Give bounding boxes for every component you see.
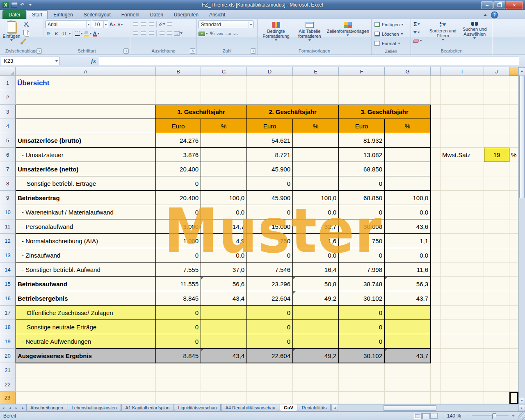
row-header-16[interactable]: 16 [0,291,16,306]
orientation-button[interactable]: ab [158,21,165,28]
cell-F9[interactable]: 68.850 [339,191,385,205]
qat-customize-button[interactable] [27,2,34,8]
cell-E13[interactable]: 0,0 [293,248,339,262]
cell-E16[interactable]: 49,2 [293,291,339,306]
select-all-button[interactable] [0,67,16,75]
cell-A13[interactable]: - Zinsaufwand [16,248,156,262]
tab-start[interactable]: Start [27,10,48,19]
font-color-button[interactable]: A [93,30,100,37]
wrap-text-button[interactable] [166,21,173,28]
cell-D4[interactable]: Euro [247,119,293,133]
cell-E14[interactable]: 16,4 [293,262,339,277]
cell-A1[interactable]: Übersicht [16,76,156,90]
horizontal-scrollbar[interactable]: ◄ ► [331,404,525,411]
borders-button[interactable] [75,30,83,37]
row-header-3[interactable]: 3 [0,105,16,119]
zoom-out-button[interactable]: − [464,413,470,419]
merge-center-button[interactable]: ↔ [174,30,183,37]
cell-G8[interactable] [385,176,431,191]
tab-einfuegen[interactable]: Einfügen [48,11,78,19]
row-header-20[interactable]: 20 [0,349,16,363]
cell-I6[interactable]: Mwst.Satz [441,148,484,162]
cell-D15[interactable]: 23.296 [247,277,293,291]
grow-font-button[interactable]: A [109,21,116,28]
cell-G10[interactable]: 0,0 [385,205,431,219]
scroll-right-button[interactable]: ► [518,405,525,411]
cell-D20[interactable]: 22.604 [247,349,293,363]
cell-A20[interactable]: Ausgewiesenes Ergebnis [16,349,156,363]
fill-button[interactable] [413,29,426,36]
font-name-select[interactable]: Arial [45,21,91,28]
cell-A17[interactable]: Öffentliche Zuschüsse/ Zulagen [16,306,156,320]
clipboard-dialog-launcher[interactable]: ↘ [37,48,42,54]
cell-E20[interactable]: 49,2 [293,349,339,363]
underline-button[interactable]: U [61,30,68,37]
help-button[interactable]: ? [491,11,498,18]
zoom-in-button[interactable]: + [510,413,516,419]
cell-B3[interactable]: 1. Geschäftsjahr [156,105,247,119]
cell-A6[interactable]: - Umsatzsteuer [16,148,156,162]
insert-function-button[interactable]: fx [88,57,99,65]
cell-F14[interactable]: 7.998 [339,262,385,277]
row-header-1[interactable]: 1 [0,76,16,90]
sheet-tab-guv[interactable]: GuV [280,404,297,411]
cell-E6[interactable] [293,148,339,162]
tab-ueberpruefen[interactable]: Überprüfen [169,11,203,19]
row-header-13[interactable]: 13 [0,248,16,262]
align-middle-button[interactable] [140,21,147,28]
find-select-button[interactable]: Suchen und Auswählen [459,21,491,48]
vertical-scroll-thumb[interactable] [519,75,525,198]
cell-C5[interactable] [201,133,247,148]
alignment-dialog-launcher[interactable]: ↘ [190,48,195,54]
column-header-B[interactable]: B [156,67,201,75]
cell-E19[interactable] [293,334,339,349]
cell-F8[interactable]: 0 [339,176,385,191]
align-center-button[interactable] [140,30,147,37]
cell-G5[interactable] [385,133,431,148]
cell-D10[interactable]: 0 [247,205,293,219]
cell-B11[interactable]: 3.000 [156,219,201,234]
italic-button[interactable]: K [53,30,60,37]
cell-A14[interactable]: - Sonstiger betriebl. Aufwand [16,262,156,277]
cell-E8[interactable] [293,176,339,191]
bold-button[interactable]: F [45,30,52,37]
cell-G15[interactable]: 56,3 [385,277,431,291]
row-header-2[interactable]: 2 [0,90,16,105]
row-header-9[interactable]: 9 [0,191,16,205]
cell-B19[interactable]: 0 [156,334,201,349]
cell-F7[interactable]: 68.850 [339,162,385,176]
minimize-button[interactable]: – [481,1,493,9]
cell-A4[interactable] [16,119,156,133]
cell-C10[interactable]: 0,0 [201,205,247,219]
cell-G18[interactable] [385,320,431,334]
vertical-scrollbar[interactable]: ▲ ▼ [518,67,525,404]
cell-B5[interactable]: 24.276 [156,133,201,148]
first-sheet-button[interactable]: ◄ [0,404,7,411]
cell-F13[interactable]: 0 [339,248,385,262]
cell-K6[interactable]: % [509,148,518,162]
accounting-format-button[interactable] [199,30,208,37]
cell-F16[interactable]: 30.102 [339,291,385,306]
decrease-indent-button[interactable] [158,30,165,37]
zoom-slider-thumb[interactable] [492,413,496,419]
cell-G13[interactable]: 0,0 [385,248,431,262]
cell-F3[interactable]: 3. Geschäftsjahr [339,105,431,119]
sheet-tab-rentabilitäts[interactable]: Rentabilitäts [298,404,331,411]
cell-A18[interactable]: Sonstige neutrale Erträge [16,320,156,334]
column-header-D[interactable]: D [247,67,293,75]
number-dialog-launcher[interactable]: ↘ [251,48,256,54]
column-header-I[interactable]: I [441,67,484,75]
fill-color-button[interactable] [84,30,92,37]
cell-F11[interactable]: 30.000 [339,219,385,234]
tab-formeln[interactable]: Formeln [116,11,144,19]
column-header-C[interactable]: C [201,67,247,75]
cell-C13[interactable]: 0,0 [201,248,247,262]
scroll-down-button[interactable]: ▼ [519,397,525,404]
cell-J6[interactable]: 19 [484,148,509,162]
sheet-tab-lebenshaltungskosten[interactable]: Lebenshaltungskosten [68,404,121,411]
row-header-4[interactable]: 4 [0,119,16,133]
scroll-up-button[interactable]: ▲ [519,67,525,74]
row-header-23[interactable]: 23 [0,392,16,404]
cell-C16[interactable]: 43,4 [201,291,247,306]
cell-D5[interactable]: 54.621 [247,133,293,148]
